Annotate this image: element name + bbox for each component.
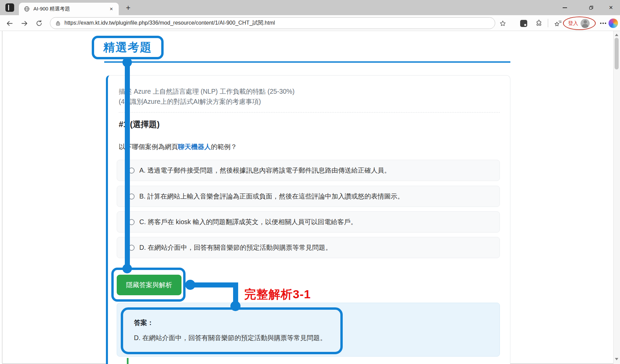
option-b-row[interactable]: B. 計算在網站上輸入音樂會評論為正面或負面，然後在這些評論中加入讚或怒的表情圖…: [117, 186, 500, 207]
window-left-border: [2, 31, 2, 364]
question-suffix: 的範例？: [211, 143, 237, 150]
tab-title: AI-900 精選考題: [33, 6, 107, 12]
dashed-separator: [119, 112, 500, 113]
window-close-button[interactable]: ×: [603, 0, 619, 15]
favorites-icon[interactable]: [551, 17, 565, 30]
new-tab-button[interactable]: +: [123, 4, 133, 12]
answer-callout-annotation: [121, 307, 343, 354]
extensions-puzzle-icon[interactable]: [532, 17, 546, 30]
copilot-icon[interactable]: [607, 17, 620, 30]
option-d-row[interactable]: D. 在網站介面中，回答有關音樂節的預定活動與購票等常見問題。: [117, 237, 500, 258]
address-bar[interactable]: https://exam.kt.idv.tw/pluginfile.php/33…: [50, 17, 495, 29]
option-a-label: A. 透過電子郵件接受問題，然後根據訊息內容將該電子郵件訊息路由傳送給正確人員。: [139, 166, 391, 175]
option-d-label: D. 在網站介面中，回答有關音樂節的預定活動與購票等常見問題。: [139, 243, 332, 252]
topic-line-1: 描述 Azure 上自然語言處理 (NLP) 工作負載的特點 (25-30%): [119, 87, 294, 96]
toolbar-divider: [548, 19, 548, 27]
reload-button[interactable]: [32, 17, 46, 30]
lock-icon: [55, 20, 61, 26]
annotation-vertical-line: [125, 57, 130, 270]
tab-close-icon[interactable]: ×: [107, 5, 115, 13]
scrollbar-thumb[interactable]: [615, 38, 619, 69]
scrollbar-down-arrow-icon[interactable]: [615, 358, 618, 360]
option-b-label: B. 計算在網站上輸入音樂會評論為正面或負面，然後在這些評論中加入讚或怒的表情圖…: [139, 192, 404, 201]
window-minimize-button[interactable]: [557, 0, 572, 15]
sign-in-annotation-circle[interactable]: 登入: [563, 17, 596, 30]
title-underline: [104, 61, 510, 63]
sign-in-label[interactable]: 登入: [568, 20, 578, 27]
scrollbar-up-arrow-icon[interactable]: [615, 34, 618, 36]
globe-favicon-icon: [24, 6, 30, 12]
option-c-label: C. 將客戶在 kiosk 輸入的問題翻譯成英文，以便相關人員可以回電給客戶。: [139, 217, 357, 226]
annotation-dot: [185, 280, 195, 290]
option-a-row[interactable]: A. 透過電子郵件接受問題，然後根據訊息內容將該電子郵件訊息路由傳送給正確人員。: [117, 160, 500, 181]
annotation-note-text: 完整解析3-1: [244, 286, 311, 302]
annotation-connector-horizontal: [189, 282, 238, 287]
option-c-row[interactable]: C. 將客戶在 kiosk 輸入的問題翻譯成英文，以便相關人員可以回電給客戶。: [117, 211, 500, 233]
tab-actions-menu-icon[interactable]: [5, 3, 14, 12]
browser-window: AI-900 精選考題 × + × https://exam.kt.idv.tw…: [0, 0, 620, 364]
bookmark-star-icon[interactable]: [496, 17, 509, 30]
button-callout-annotation: [111, 268, 186, 302]
forward-button[interactable]: [18, 17, 31, 30]
topic-line-2: (4.3識別Azure上的對話式AI解決方案的考慮事項): [119, 97, 261, 106]
back-button[interactable]: [3, 17, 16, 30]
question-text: 以下哪個案例為網頁聊天機器人的範例？: [119, 142, 237, 151]
browser-tab[interactable]: AI-900 精選考題 ×: [19, 3, 119, 15]
url-text[interactable]: https://exam.kt.idv.tw/pluginfile.php/33…: [64, 20, 275, 27]
browser-essentials-icon[interactable]: [517, 17, 530, 30]
window-restore-button[interactable]: [583, 0, 599, 15]
question-keyword-link[interactable]: 聊天機器人: [178, 143, 211, 150]
profile-avatar[interactable]: [581, 19, 590, 28]
explanation-box-edge: [127, 358, 129, 364]
page-title: 精選考題: [104, 40, 152, 55]
annotation-dot: [230, 301, 241, 311]
title-callout-annotation: 精選考題: [92, 36, 164, 59]
page-scrollbar[interactable]: [613, 31, 620, 364]
annotation-dot: [122, 264, 132, 273]
